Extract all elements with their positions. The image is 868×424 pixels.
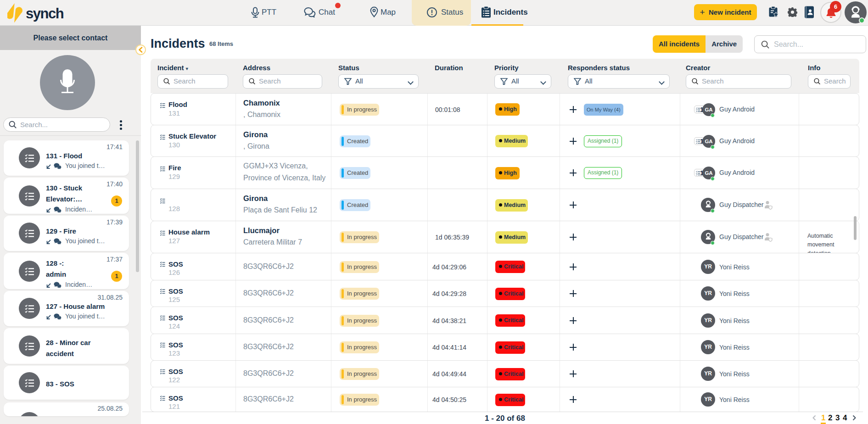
svg-text:synch: synch bbox=[26, 6, 64, 22]
